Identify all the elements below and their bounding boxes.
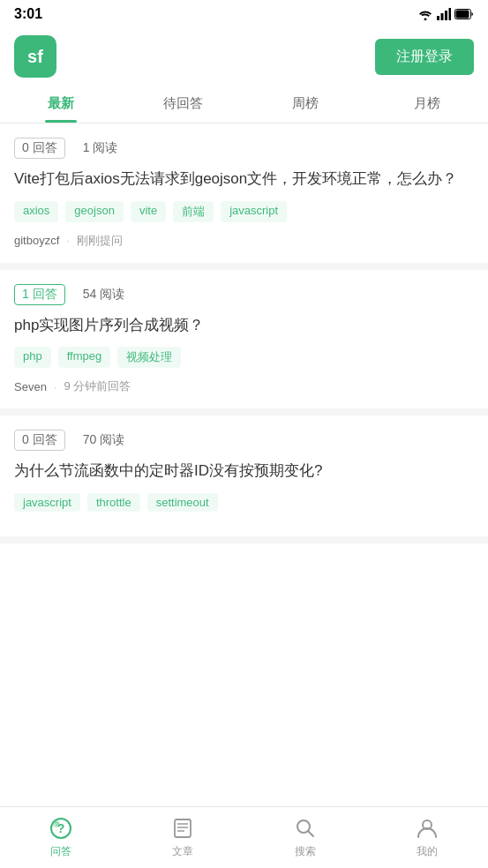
question-icon: ? ?	[49, 816, 73, 841]
nav-search[interactable]: 搜索	[244, 816, 366, 859]
tag-video[interactable]: 视频处理	[117, 347, 181, 368]
register-button[interactable]: 注册登录	[375, 39, 474, 75]
read-count: 1 阅读	[83, 140, 118, 156]
nav-questions-label: 问答	[50, 844, 71, 859]
svg-rect-1	[441, 13, 444, 20]
nav-mine-label: 我的	[417, 844, 438, 859]
tab-monthly[interactable]: 月榜	[366, 85, 488, 123]
question-title: 为什么节流函数中的定时器ID没有按预期变化?	[14, 460, 474, 483]
tab-latest[interactable]: 最新	[0, 85, 122, 123]
tag-geojson[interactable]: geojson	[65, 201, 124, 222]
question-card-1[interactable]: 0 回答 1 阅读 Vite打包后axios无法请求到geojson文件，开发环…	[0, 123, 488, 270]
read-count: 70 阅读	[83, 432, 124, 448]
bottom-nav: ? ? 问答 文章 搜索	[0, 806, 488, 868]
signal-icon	[437, 8, 451, 20]
card-meta: 1 回答 54 阅读	[14, 284, 474, 305]
status-icons	[417, 8, 474, 20]
question-card-2[interactable]: 1 回答 54 阅读 php实现图片序列合成视频？ php ffmpeg 视频处…	[0, 270, 488, 416]
card-meta: 0 回答 70 阅读	[14, 430, 474, 451]
answer-count: 0 回答	[14, 430, 65, 451]
logo-text: sf	[27, 47, 43, 67]
question-card-3[interactable]: 0 回答 70 阅读 为什么节流函数中的定时器ID没有按预期变化? javasc…	[0, 415, 488, 543]
tag-frontend[interactable]: 前端	[173, 201, 214, 222]
question-title: Vite打包后axios无法请求到geojson文件，开发环境正常，怎么办？	[14, 168, 474, 191]
tag-javascript[interactable]: javascript	[14, 493, 80, 512]
article-icon	[170, 816, 195, 841]
tag-axios[interactable]: axios	[14, 201, 58, 222]
header: sf 注册登录	[0, 28, 488, 85]
post-time: 刚刚提问	[77, 233, 123, 249]
tabs-bar: 最新 待回答 周榜 月榜	[0, 85, 488, 123]
svg-rect-3	[449, 8, 452, 20]
nav-questions[interactable]: ? ? 问答	[0, 816, 122, 859]
tags-list: javascript throttle settimeout	[14, 493, 474, 512]
author-name: gitboyzcf	[14, 234, 59, 247]
user-icon	[415, 816, 439, 841]
svg-rect-5	[456, 11, 469, 19]
search-icon	[293, 816, 318, 841]
answer-count: 0 回答	[14, 138, 65, 159]
question-title: php实现图片序列合成视频？	[14, 314, 474, 337]
card-footer: Seven · 9 分钟前回答	[14, 378, 474, 394]
logo: sf	[14, 35, 56, 78]
svg-rect-0	[437, 16, 439, 20]
nav-search-label: 搜索	[295, 844, 316, 859]
tags-list: php ffmpeg 视频处理	[14, 347, 474, 368]
nav-articles-label: 文章	[172, 844, 193, 859]
svg-rect-10	[175, 819, 191, 837]
tag-vite[interactable]: vite	[131, 201, 166, 222]
wifi-icon	[417, 8, 433, 20]
tag-throttle[interactable]: throttle	[87, 493, 140, 512]
tab-pending[interactable]: 待回答	[122, 85, 244, 123]
card-footer: gitboyzcf · 刚刚提问	[14, 233, 474, 249]
svg-rect-2	[445, 11, 447, 20]
tag-javascript[interactable]: javascript	[221, 201, 287, 222]
svg-line-15	[308, 832, 313, 837]
status-time: 3:01	[14, 6, 42, 22]
tab-weekly[interactable]: 周榜	[244, 85, 366, 123]
nav-articles[interactable]: 文章	[122, 816, 244, 859]
svg-text:?: ?	[55, 820, 59, 828]
answer-count: 1 回答	[14, 284, 65, 305]
tag-php[interactable]: php	[14, 347, 51, 368]
card-meta: 0 回答 1 阅读	[14, 138, 474, 159]
author-name: Seven	[14, 380, 47, 393]
status-bar: 3:01	[0, 0, 488, 28]
read-count: 54 阅读	[83, 287, 124, 303]
post-time: 9 分钟前回答	[64, 378, 131, 394]
nav-mine[interactable]: 我的	[366, 816, 488, 859]
tags-list: axios geojson vite 前端 javascript	[14, 201, 474, 222]
battery-icon	[454, 9, 474, 19]
tag-ffmpeg[interactable]: ffmpeg	[58, 347, 111, 368]
tag-settimeout[interactable]: settimeout	[147, 493, 218, 512]
